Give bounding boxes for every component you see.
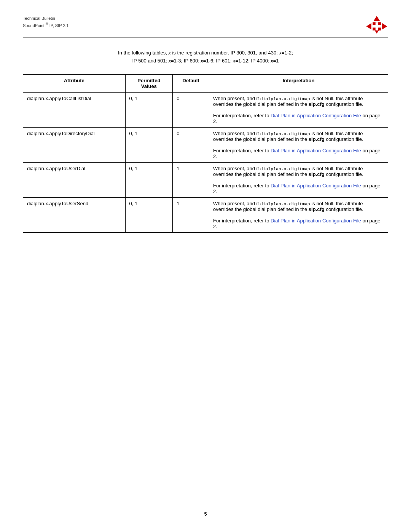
cell-permitted-3: 0, 1 [125,162,173,197]
page-number: 5 [0,511,411,517]
cell-default-2: 0 [173,127,209,162]
col-header-attribute: Attribute [23,74,126,92]
table-row: dialplan.x.applyToUserDial 0, 1 1 When p… [23,162,388,197]
link-dial-plan-1[interactable]: Dial Plan in Application Configuration F… [271,113,361,118]
cell-attribute-1: dialplan.x.applyToCallListDial [23,92,126,127]
header-line1: Technical Bulletin [23,15,69,22]
intro-line2: IP 500 and 501: x=1-3; IP 600: x=1-6; IP… [132,58,279,64]
col-header-permitted: Permitted Values [125,74,173,92]
cell-attribute-2: dialplan.x.applyToDirectoryDial [23,127,126,162]
cell-default-4: 1 [173,197,209,232]
svg-marker-1 [366,23,371,30]
cell-permitted-4: 0, 1 [125,197,173,232]
header-text: Technical Bulletin SoundPoint ® IP, SIP … [23,15,69,29]
table-row: dialplan.x.applyToUserSend 0, 1 1 When p… [23,197,388,232]
intro-line1: In the following tables, x is the regist… [118,50,293,56]
page-header: Technical Bulletin SoundPoint ® IP, SIP … [23,15,388,34]
header-line2: SoundPoint ® IP, SIP 2.1 [23,22,69,29]
header-divider [23,37,388,38]
cell-default-3: 1 [173,162,209,197]
table-row: dialplan.x.applyToDirectoryDial 0, 1 0 W… [23,127,388,162]
cell-interpretation-2: When present, and if dialplan.x.digitmap… [209,127,388,162]
col-header-interpretation: Interpretation [209,74,388,92]
cell-attribute-4: dialplan.x.applyToUserSend [23,197,126,232]
svg-marker-2 [382,23,387,30]
cell-interpretation-4: When present, and if dialplan.x.digitmap… [209,197,388,232]
main-table: Attribute Permitted Values Default Inter… [23,74,388,233]
cell-permitted-2: 0, 1 [125,127,173,162]
cell-interpretation-1: When present, and if dialplan.x.digitmap… [209,92,388,127]
cell-interpretation-3: When present, and if dialplan.x.digitmap… [209,162,388,197]
link-dial-plan-4[interactable]: Dial Plan in Application Configuration F… [271,218,361,224]
table-header-row: Attribute Permitted Values Default Inter… [23,74,388,92]
table-row: dialplan.x.applyToCallListDial 0, 1 0 Wh… [23,92,388,127]
cell-default-1: 0 [173,92,209,127]
polycom-logo: POLYCOM [365,15,388,34]
cell-attribute-3: dialplan.x.applyToUserDial [23,162,126,197]
svg-rect-6 [376,22,378,30]
intro-paragraph: In the following tables, x is the regist… [23,49,388,65]
link-dial-plan-3[interactable]: Dial Plan in Application Configuration F… [271,183,361,189]
page-container: Technical Bulletin SoundPoint ® IP, SIP … [0,0,411,532]
link-dial-plan-2[interactable]: Dial Plan in Application Configuration F… [271,148,361,153]
cell-permitted-1: 0, 1 [125,92,173,127]
col-header-default: Default [173,74,209,92]
svg-marker-0 [374,16,380,21]
